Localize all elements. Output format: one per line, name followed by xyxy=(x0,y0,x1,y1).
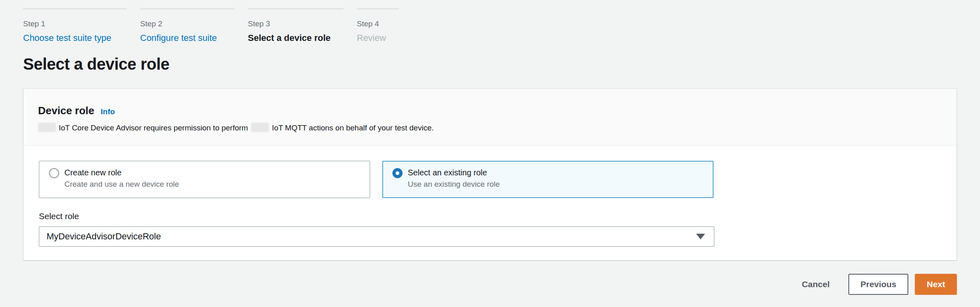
wizard-footer: Cancel Previous Next xyxy=(23,274,957,295)
option-text: Create new role Create and use a new dev… xyxy=(64,166,179,198)
next-button[interactable]: Next xyxy=(915,274,957,295)
step-number: Step 1 xyxy=(23,19,127,29)
wizard-step-2: Step 2 Configure test suite xyxy=(140,9,234,44)
wizard-page: Step 1 Choose test suite type Step 2 Con… xyxy=(0,0,980,295)
redacted-text-block xyxy=(38,123,56,132)
option-label: Create new role xyxy=(64,166,179,179)
wizard-step-3: Step 3 Select a device role xyxy=(248,9,343,44)
wizard-stepper: Step 1 Choose test suite type Step 2 Con… xyxy=(23,9,957,44)
radio-checked-icon[interactable] xyxy=(392,168,403,178)
option-text: Select an existing role Use an existing … xyxy=(408,166,500,197)
card-description: IoT Core Device Advisor requires permiss… xyxy=(38,122,942,133)
card-description-part1: IoT Core Device Advisor requires permiss… xyxy=(59,124,248,132)
caret-down-icon xyxy=(696,234,705,239)
select-role-label: Select role xyxy=(39,211,941,222)
cancel-button[interactable]: Cancel xyxy=(802,279,830,289)
page-title: Select a device role xyxy=(23,54,957,74)
device-role-card-header: Device role Info IoT Core Device Advisor… xyxy=(23,89,957,146)
role-select-value: MyDeviceAdvisorDeviceRole xyxy=(47,231,161,242)
role-select-dropdown[interactable]: MyDeviceAdvisorDeviceRole xyxy=(39,226,714,247)
step-number: Step 4 xyxy=(357,19,399,29)
option-description: Create and use a new device role xyxy=(64,179,179,190)
option-description: Use an existing device role xyxy=(408,179,500,190)
step-link-choose-test-suite-type[interactable]: Choose test suite type xyxy=(23,32,111,44)
option-select-existing-role[interactable]: Select an existing role Use an existing … xyxy=(382,161,714,198)
info-link[interactable]: Info xyxy=(101,107,115,116)
step-number: Step 3 xyxy=(248,19,343,29)
device-role-card-body: Create new role Create and use a new dev… xyxy=(23,146,957,260)
card-title: Device role xyxy=(38,104,94,117)
step-link-review: Review xyxy=(357,32,386,44)
option-create-new-role[interactable]: Create new role Create and use a new dev… xyxy=(39,161,370,198)
radio-unchecked-icon[interactable] xyxy=(49,168,59,178)
redacted-text-block xyxy=(251,123,269,132)
previous-button[interactable]: Previous xyxy=(848,274,909,295)
wizard-step-4: Step 4 Review xyxy=(357,9,399,44)
wizard-step-1: Step 1 Choose test suite type xyxy=(23,9,127,44)
step-number: Step 2 xyxy=(140,19,234,29)
device-role-card: Device role Info IoT Core Device Advisor… xyxy=(23,88,957,260)
step-link-configure-test-suite[interactable]: Configure test suite xyxy=(140,32,217,44)
step-link-select-device-role-current: Select a device role xyxy=(248,32,330,44)
role-option-tiles: Create new role Create and use a new dev… xyxy=(39,161,941,198)
option-label: Select an existing role xyxy=(408,166,500,179)
card-description-part2: IoT MQTT actions on behalf of your test … xyxy=(272,124,434,132)
